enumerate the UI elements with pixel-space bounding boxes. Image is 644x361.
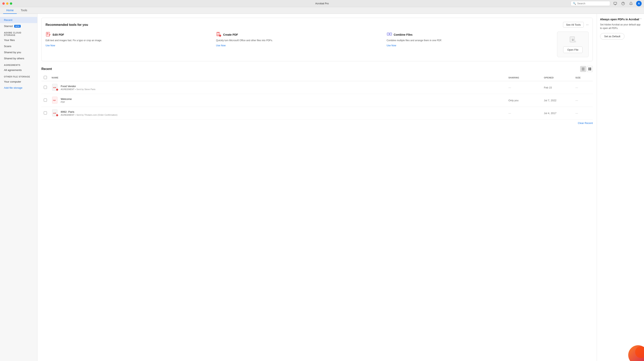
opened-value: Feb 15 — [544, 86, 552, 89]
window-controls — [2, 2, 12, 5]
see-all-tools-button[interactable]: See All Tools — [563, 22, 584, 28]
svg-rect-19 — [588, 69, 590, 70]
row-name-cell: PDF Welcome PDF — [49, 94, 506, 107]
tool-edit-pdf-name: Edit PDF — [46, 32, 212, 38]
sidebar-item-shared-by-you[interactable]: Shared by you — [0, 49, 37, 55]
file-cell-name: AGR ✓ 8992- Paris AGREEMENT — [52, 109, 504, 117]
tool-create-pdf-use-now[interactable]: Use Now — [216, 44, 382, 47]
close-button[interactable] — [2, 2, 5, 5]
tool-create-pdf: PDF + Create PDF Quickly turn Microsoft … — [216, 32, 382, 57]
tool-combine-files-use-now[interactable]: Use Now — [387, 44, 553, 47]
table-row[interactable]: AGR ✓ Food Vendor AGREEMENT — [42, 81, 593, 94]
right-panel-title: Always open PDFs in Acrobat — [600, 18, 641, 21]
combine-files-icon — [387, 32, 392, 38]
tool-edit-pdf-desc: Edit text and images fast. Fix a typo or… — [46, 39, 212, 42]
tool-edit-pdf-use-now[interactable]: Use Now — [46, 44, 212, 47]
main-panel: Recommended tools for you See All Tools … — [38, 14, 597, 361]
recommended-more-button[interactable]: ··· — [586, 23, 589, 26]
opened-col-header: OPENED — [542, 74, 573, 81]
user-avatar[interactable]: A — [636, 1, 642, 6]
svg-rect-17 — [588, 68, 590, 69]
maximize-button[interactable] — [10, 2, 12, 5]
file-meta: AGREEMENT • Sent by Steve Paris — [61, 88, 96, 90]
starred-label: Starred — [4, 25, 12, 28]
tab-tools[interactable]: Tools — [18, 7, 30, 14]
table-row[interactable]: AGR ✓ 8992- Paris AGREEMENT — [42, 107, 593, 120]
section-label-cloud: Adobe cloud storage — [0, 29, 37, 37]
share-screen-button[interactable] — [612, 1, 618, 6]
sidebar-link-add-file-storage[interactable]: Add file storage — [0, 85, 37, 91]
table-row[interactable]: PDF Welcome PDF — [42, 94, 593, 107]
file-cell-name: PDF Welcome PDF — [52, 96, 504, 104]
svg-rect-16 — [582, 70, 584, 70]
row-size-cell: — — [573, 81, 593, 94]
sidebar-item-scans[interactable]: Scans — [0, 43, 37, 49]
recommended-title: Recommended tools for you — [46, 23, 88, 26]
starred-badge: NEW — [14, 25, 20, 28]
notifications-button[interactable] — [628, 1, 634, 6]
recent-title: Recent — [42, 67, 52, 71]
row-checkbox[interactable] — [44, 111, 47, 114]
row-checkbox[interactable] — [44, 86, 47, 89]
row-checkbox-cell[interactable] — [42, 81, 49, 94]
svg-text:AGR: AGR — [53, 112, 56, 114]
recommended-header: Recommended tools for you See All Tools … — [46, 22, 589, 28]
svg-rect-5 — [47, 34, 48, 35]
file-meta: AGREEMENT • Sent by TKstairs.com (Order … — [61, 114, 118, 116]
svg-rect-12 — [390, 33, 392, 36]
file-name-info: Welcome PDF — [61, 98, 72, 103]
row-size-cell: — — [573, 94, 593, 107]
size-value: — — [576, 99, 578, 102]
file-name: Food Vendor — [61, 85, 96, 88]
minimize-button[interactable] — [6, 2, 8, 5]
svg-rect-14 — [582, 68, 584, 68]
clear-recent-button[interactable]: Clear Recent — [578, 122, 593, 124]
file-name-info: 8992- Paris AGREEMENT • Sent by TKstairs… — [61, 110, 118, 116]
sidebar-item-your-computer[interactable]: Your computer — [0, 78, 37, 85]
svg-rect-11 — [387, 33, 389, 36]
set-default-button[interactable]: Set as Default — [600, 33, 624, 40]
edit-pdf-icon — [46, 32, 51, 38]
svg-text:+: + — [220, 35, 221, 37]
row-name-cell: AGR ✓ Food Vendor AGREEMENT — [49, 81, 506, 94]
svg-rect-20 — [590, 69, 591, 70]
row-size-cell: — — [573, 107, 593, 120]
section-label-agreements: Agreements — [0, 62, 37, 67]
row-checkbox[interactable] — [44, 98, 47, 102]
open-file-card: Open File — [557, 32, 589, 57]
row-checkbox-cell[interactable] — [42, 107, 49, 120]
list-view-button[interactable] — [580, 66, 586, 72]
file-name-info: Food Vendor AGREEMENT • Sent by Steve Pa… — [61, 85, 96, 90]
sidebar-item-your-files[interactable]: Your files — [0, 37, 37, 43]
svg-rect-18 — [590, 68, 591, 69]
open-file-button[interactable]: Open File — [563, 46, 582, 53]
select-all-checkbox[interactable] — [44, 76, 47, 79]
svg-rect-2 — [46, 32, 50, 36]
tab-home[interactable]: Home — [3, 7, 17, 14]
sharing-col-header: SHARING — [506, 74, 542, 81]
grid-view-button[interactable] — [587, 66, 593, 72]
row-checkbox-cell[interactable] — [42, 94, 49, 107]
search-bar[interactable]: 🔍 — [571, 1, 610, 6]
svg-text:PDF: PDF — [217, 34, 219, 36]
sidebar-item-recent[interactable]: Recent — [0, 17, 37, 23]
search-input[interactable] — [577, 2, 608, 5]
file-icon-8992-paris: AGR ✓ — [52, 109, 59, 117]
sharing-value: Only you — [508, 99, 518, 102]
table-header-row: NAME SHARING OPENED SIZE — [42, 74, 593, 81]
svg-text:PDF: PDF — [53, 100, 56, 101]
right-panel-more-button[interactable]: ··· — [639, 17, 642, 20]
app-layout: Home Tools Recent Starred NEW Adobe clou… — [0, 7, 644, 361]
sidebar-item-all-agreements[interactable]: All agreements — [0, 67, 37, 73]
svg-rect-0 — [614, 2, 617, 4]
right-panel: ··· Always open PDFs in Acrobat Set Adob… — [597, 14, 644, 361]
opened-value: Jul 7, 2022 — [544, 99, 556, 102]
row-name-cell: AGR ✓ 8992- Paris AGREEMENT — [49, 107, 506, 120]
sidebar-item-shared-by-others[interactable]: Shared by others — [0, 55, 37, 62]
help-button[interactable] — [620, 1, 626, 6]
content-area: Recent Starred NEW Adobe cloud storage Y… — [0, 14, 644, 361]
svg-rect-7 — [217, 32, 219, 33]
titlebar-right-actions: 🔍 A — [571, 1, 642, 6]
search-icon: 🔍 — [573, 2, 576, 5]
sidebar-item-starred[interactable]: Starred NEW — [0, 23, 37, 29]
